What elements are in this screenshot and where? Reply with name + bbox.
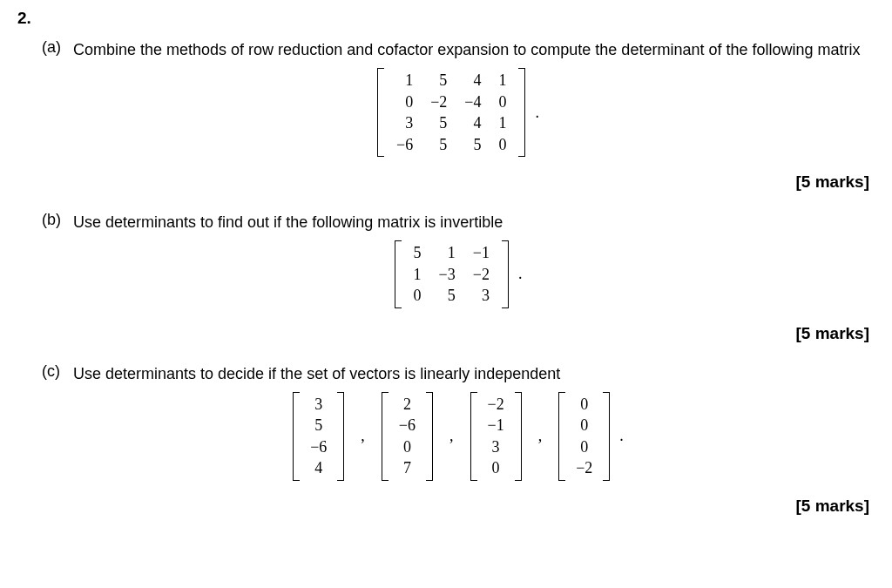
- part-b-matrix: 51−1 1−3−2 053: [395, 240, 509, 308]
- part-b: (b) Use determinants to find out if the …: [42, 211, 875, 308]
- part-a-label: (a): [42, 38, 64, 57]
- part-b-marks: [5 marks]: [17, 324, 869, 343]
- part-c-text: Use determinants to decide if the set of…: [73, 362, 875, 385]
- part-a-matrix: 1541 0−2−40 3541 −6550: [377, 68, 525, 157]
- part-c: (c) Use determinants to decide if the se…: [42, 362, 875, 481]
- part-b-trail: .: [513, 265, 523, 283]
- part-c-trail: .: [614, 427, 624, 445]
- part-a-text: Combine the methods of row reduction and…: [73, 38, 875, 61]
- vector-1: 3 5 −6 4: [293, 392, 344, 481]
- part-c-label: (c): [42, 362, 64, 381]
- vector-sep-3: ,: [526, 427, 555, 445]
- vector-2: 2 −6 0 7: [382, 392, 433, 481]
- part-a-marks: [5 marks]: [17, 172, 869, 192]
- part-a: (a) Combine the methods of row reduction…: [42, 38, 875, 157]
- vector-sep-2: ,: [437, 427, 466, 445]
- vector-sep-1: ,: [348, 427, 377, 445]
- part-c-marks: [5 marks]: [17, 497, 869, 516]
- part-a-trail: .: [530, 104, 539, 122]
- vector-4: 0 0 0 −2: [558, 392, 610, 481]
- vector-3: −2 −1 3 0: [470, 392, 522, 481]
- question-number: 2.: [17, 9, 875, 28]
- part-b-text: Use determinants to find out if the foll…: [73, 211, 875, 233]
- part-b-label: (b): [42, 211, 64, 229]
